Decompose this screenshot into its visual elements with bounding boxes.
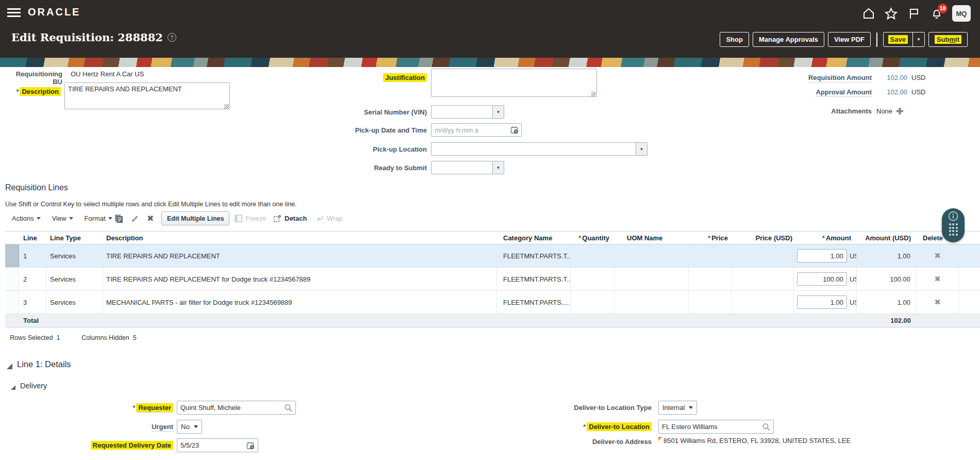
table-row[interactable]: 3 Services MECHANICAL PARTS - air filter… (5, 291, 980, 314)
delete-row-icon[interactable]: ✖ (934, 298, 941, 307)
requester-search-icon[interactable] (285, 404, 292, 412)
hamburger-menu-icon[interactable] (7, 8, 21, 18)
view-menu[interactable]: View (52, 215, 73, 222)
col-header-price[interactable]: *Price (689, 232, 732, 244)
shop-button[interactable]: Shop (720, 32, 749, 47)
attachments-label: Attachments (737, 107, 872, 115)
save-split-button: Save ▼ (883, 32, 925, 47)
favorites-star-icon[interactable] (884, 7, 898, 21)
col-header-line[interactable]: Line (19, 232, 46, 244)
info-icon[interactable] (948, 211, 958, 221)
pickup-location-input[interactable] (431, 142, 636, 156)
deliver-to-address-value: 8501 Williams Rd, ESTERO, FL 33928, UNIT… (663, 437, 851, 445)
justification-label: Justification (289, 74, 427, 81)
row-selector-cell[interactable] (5, 291, 19, 314)
col-header-quantity[interactable]: *Quantity (571, 232, 614, 244)
manage-approvals-button[interactable]: Manage Approvals (753, 32, 824, 47)
date-picker-icon[interactable] (246, 441, 255, 450)
serial-number-input[interactable] (431, 105, 493, 119)
deliver-to-address-field: 8501 Williams Rd, ESTERO, FL 33928, UNIT… (658, 437, 851, 445)
approval-amount-value: 102.00 (885, 88, 907, 96)
delete-row-icon[interactable]: ✖ (934, 274, 941, 284)
requested-delivery-date-field (177, 438, 258, 452)
user-avatar[interactable]: MQ (952, 5, 971, 22)
help-icon[interactable]: ? (168, 33, 176, 42)
line-details-title: Line 1: Details (17, 359, 71, 369)
col-header-amount[interactable]: *Amount (794, 232, 857, 244)
view-pdf-button[interactable]: View PDF (828, 32, 871, 47)
amount-input[interactable] (797, 249, 847, 262)
col-header-line-type[interactable]: Line Type (46, 232, 103, 244)
col-header-description[interactable]: Description (103, 232, 497, 244)
delete-row-icon[interactable]: ✖ (934, 251, 941, 260)
cell-amount: US (794, 291, 857, 314)
guided-learning-widget[interactable] (942, 208, 965, 242)
deliver-to-location-input[interactable] (658, 420, 774, 434)
edit-multiple-lines-button[interactable]: Edit Multiple Lines (161, 211, 229, 225)
approval-amount-label: Approval Amount (737, 88, 872, 96)
edit-requisition-page: ORACLE 18 MQ Edit Requisition: 288882 ? … (0, 0, 980, 460)
cell-amount-usd: 100.00 (857, 268, 917, 290)
col-header-amount-usd[interactable]: Amount (USD) (857, 232, 917, 244)
currency-suffix: US (850, 299, 857, 306)
ready-to-submit-dropdown-icon[interactable]: ▼ (493, 161, 504, 174)
pickup-location-dropdown-icon[interactable]: ▼ (636, 142, 647, 156)
col-header-uom-name[interactable]: UOM Name (614, 232, 689, 244)
freeze-button: Freeze (235, 211, 266, 225)
requester-input[interactable] (177, 401, 296, 415)
justification-textarea[interactable] (431, 69, 597, 97)
format-menu[interactable]: Format (85, 215, 112, 222)
datetime-picker-icon[interactable] (510, 126, 519, 134)
save-button[interactable]: Save (884, 32, 912, 46)
col-header-category-name[interactable]: Category Name (497, 232, 571, 244)
ready-to-submit-input[interactable] (431, 161, 493, 174)
description-textarea[interactable]: TIRE REPAIRS AND REPLACEMENT (64, 83, 230, 109)
deliver-to-location-type-select[interactable]: Internal (658, 401, 697, 415)
currency-suffix: US (850, 252, 857, 260)
amount-input[interactable] (797, 272, 847, 286)
description-resize-grip[interactable] (224, 104, 229, 109)
col-header-price-usd[interactable]: Price (USD) (732, 232, 794, 244)
drag-dots-icon[interactable] (949, 223, 958, 236)
submit-button[interactable]: Submit (928, 32, 968, 47)
cell-amount-usd: 1.00 (857, 291, 917, 314)
attachments-field: None (876, 107, 903, 115)
delivery-section-header[interactable]: Delivery (11, 382, 47, 390)
save-menu-caret-icon[interactable]: ▼ (912, 32, 924, 46)
delete-line-icon[interactable]: ✖ (147, 213, 154, 223)
amount-input[interactable] (797, 295, 847, 309)
row-selector-cell[interactable] (5, 268, 19, 290)
wrap-button: Wrap (315, 211, 343, 225)
edit-pencil-icon[interactable] (130, 214, 140, 223)
announcements-flag-icon[interactable] (907, 7, 921, 21)
deliver-to-location-field (658, 420, 774, 434)
detach-icon (273, 215, 281, 223)
pickup-datetime-input[interactable] (431, 123, 522, 137)
row-selector-cell[interactable] (5, 244, 19, 267)
table-menus: Actions View Format (12, 211, 112, 225)
collapse-triangle-icon (11, 385, 15, 390)
detach-button[interactable]: Detach (273, 211, 307, 225)
justification-resize-grip[interactable] (591, 92, 596, 96)
cell-line: 1 (19, 244, 46, 267)
rows-selected-label: Rows Selected (10, 334, 53, 341)
total-amount-usd: 102.00 (857, 314, 917, 327)
table-header-row: Line Line Type Description Category Name… (5, 231, 980, 244)
home-icon[interactable] (861, 7, 875, 21)
deliver-to-location-search-icon[interactable] (762, 423, 770, 431)
attachments-value: None (876, 107, 892, 115)
duplicate-icon[interactable] (114, 214, 123, 223)
urgent-select[interactable]: No (177, 420, 202, 434)
notifications-bell-icon[interactable]: 18 (929, 7, 943, 21)
table-row[interactable]: 1 Services TIRE REPAIRS AND REPLACEMENT … (5, 244, 980, 268)
ready-to-submit-combo: ▼ (431, 161, 504, 174)
header-actions: Shop Manage Approvals View PDF Save ▼ Su… (720, 32, 968, 47)
cell-amount: US (794, 244, 857, 267)
add-attachment-plus-icon[interactable] (896, 108, 903, 114)
line-details-section-header[interactable]: Line 1: Details (7, 359, 71, 369)
table-row[interactable]: 2 Services TIRE REPAIRS AND REPLACEMENT … (5, 268, 980, 291)
approval-amount-currency: USD (911, 88, 925, 96)
actions-menu[interactable]: Actions (12, 215, 41, 222)
format-caret-icon (108, 217, 112, 220)
serial-number-dropdown-icon[interactable]: ▼ (493, 105, 504, 119)
